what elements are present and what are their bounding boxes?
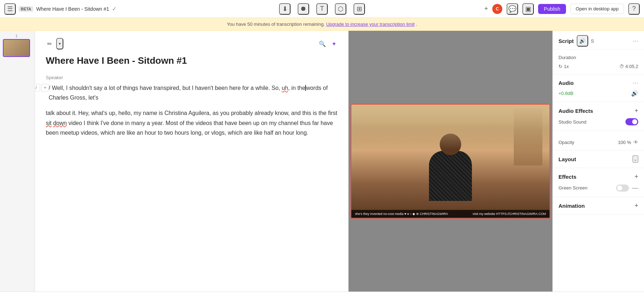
underlined-word-sit: sit bbox=[46, 120, 52, 126]
speaker-label: Speaker bbox=[46, 75, 338, 80]
duration-section: Duration ↻ 1x ⏱ 4:05.2 bbox=[553, 50, 644, 75]
hamburger-menu-button[interactable]: ☰ bbox=[4, 3, 16, 15]
studio-sound-label: Studio Sound bbox=[558, 119, 586, 125]
opacity-section: Opacity 100 % 👁 bbox=[553, 131, 644, 150]
layout-section: Layout ⌄ bbox=[553, 150, 644, 168]
slide-thumbnails: 1 bbox=[0, 31, 35, 292]
script-more-button[interactable]: ⋯ bbox=[633, 38, 638, 44]
audio-effects-add-button[interactable]: + bbox=[634, 107, 638, 115]
effects-section: Effects + Green Screen — bbox=[553, 168, 644, 197]
duration-value: 4:05.2 bbox=[625, 64, 638, 69]
topbar-center: ⬇ ⏺ T ⬡ ⊞ bbox=[279, 3, 365, 15]
misspelled-word-uh: uh, bbox=[282, 85, 290, 91]
timeline-controls: ⊟ Hide timeline 00:06.2 / 04:05.2 ⏮ ▶ ⏭ … bbox=[0, 292, 644, 293]
layout-header: Layout ⌄ bbox=[558, 155, 638, 163]
audio-gain-row: +0.8dB 🔊 bbox=[558, 90, 638, 97]
script-editor[interactable]: ✏ ▾ 🔍 ✦ Where Have I Been - Sitdown #1 S… bbox=[35, 31, 348, 292]
duration-header: Duration bbox=[558, 55, 638, 60]
audio-title: Audio bbox=[558, 80, 574, 86]
topbar: ☰ BETA Where Have I Been - Sitdown #1 ✓ … bbox=[0, 0, 644, 18]
main-area: 1 ✏ ▾ 🔍 ✦ Where Have I Been - Sitdown #1… bbox=[0, 31, 644, 292]
script-s-label: S bbox=[591, 38, 594, 44]
animation-header: Animation + bbox=[558, 202, 638, 210]
duration-row: ↻ 1x ⏱ 4:05.2 bbox=[558, 64, 638, 69]
green-screen-row: Green Screen — bbox=[558, 184, 638, 192]
transcription-banner: You have 50 minutes of transcription rem… bbox=[0, 18, 644, 31]
search-button[interactable]: 🔍 bbox=[317, 39, 327, 49]
avatar: C bbox=[492, 4, 502, 14]
script-section-title: Script bbox=[558, 38, 574, 44]
audio-section: Audio ⋯ +0.8dB 🔊 bbox=[553, 75, 644, 102]
audio-effects-title: Audio Effects bbox=[558, 108, 593, 114]
animation-section: Animation + bbox=[553, 197, 644, 215]
script-paragraph-1[interactable]: / + / Well, I shouldn't say a lot of thi… bbox=[46, 83, 338, 102]
text-tool-button[interactable]: T bbox=[316, 3, 328, 15]
speed-icon: ↻ bbox=[558, 64, 562, 69]
speed-value: 1x bbox=[564, 64, 569, 69]
speed-control[interactable]: ↻ 1x bbox=[558, 64, 569, 69]
shape-tool-button[interactable]: ⬡ bbox=[335, 3, 346, 15]
topbar-right: + C 💬 ▣ Publish Open in desktop app ? bbox=[368, 3, 640, 15]
green-screen-toggle[interactable] bbox=[616, 184, 629, 192]
opacity-row: Opacity 100 % 👁 bbox=[558, 139, 638, 145]
effects-title: Effects bbox=[558, 174, 576, 180]
download-button[interactable]: ⬇ bbox=[279, 3, 291, 15]
saved-status-icon: ✓ bbox=[112, 5, 117, 12]
animation-title: Animation bbox=[558, 203, 585, 209]
banner-text1: You have 50 minutes of transcription rem… bbox=[227, 21, 325, 27]
topbar-left: ☰ BETA Where Have I Been - Sitdown #1 ✓ bbox=[4, 3, 276, 15]
video-overlay-right: visit my website HTTPS://CHRISTINAGWIRA.… bbox=[473, 212, 546, 216]
grid-tool-button[interactable]: ⊞ bbox=[353, 3, 365, 15]
video-overlay-left: she's they invented no-cost media ♥ ♦ ○ … bbox=[355, 212, 448, 216]
record-button[interactable]: ⏺ bbox=[298, 3, 309, 15]
pen-chevron-button[interactable]: ▾ bbox=[56, 38, 63, 49]
open-desktop-button[interactable]: Open in desktop app bbox=[570, 4, 624, 14]
opacity-visibility-button[interactable]: 👁 bbox=[633, 139, 638, 145]
effects-add-button[interactable]: + bbox=[634, 173, 638, 181]
pen-tool-button[interactable]: ✏ bbox=[46, 39, 53, 49]
studio-sound-row: Studio Sound bbox=[558, 118, 638, 125]
text-cursor bbox=[305, 85, 306, 91]
video-overlay-bottom: she's they invented no-cost media ♥ ♦ ○ … bbox=[351, 210, 550, 218]
magic-button[interactable]: ✦ bbox=[330, 39, 338, 49]
duration-label: Duration bbox=[558, 55, 576, 60]
layout-button[interactable]: ▣ bbox=[522, 3, 534, 15]
green-screen-remove-button[interactable]: — bbox=[632, 184, 638, 192]
audio-more-button[interactable]: ⋯ bbox=[633, 80, 638, 86]
script-section-header: Script 🔊 S ⋯ bbox=[553, 31, 644, 50]
opacity-label: Opacity bbox=[558, 140, 574, 145]
effects-header: Effects + bbox=[558, 173, 638, 181]
video-frame: she's they invented no-cost media ♥ ♦ ○ … bbox=[351, 104, 550, 218]
right-panel: Script 🔊 S ⋯ Duration ↻ 1x ⏱ 4:05.2 bbox=[552, 31, 644, 292]
audio-header: Audio ⋯ bbox=[558, 80, 638, 86]
underlined-word-down: down bbox=[53, 120, 67, 126]
add-collaborator-button[interactable]: + bbox=[484, 5, 488, 13]
help-button[interactable]: ? bbox=[628, 3, 640, 15]
audio-effects-header: Audio Effects + bbox=[558, 107, 638, 115]
opacity-value: 100 % bbox=[618, 140, 631, 145]
paragraph-slash-button[interactable]: / bbox=[35, 84, 40, 92]
audio-effects-section: Audio Effects + Studio Sound bbox=[553, 102, 644, 131]
audio-mute-button[interactable]: 🔊 bbox=[631, 90, 638, 97]
layout-title: Layout bbox=[558, 156, 576, 162]
comment-button[interactable]: 💬 bbox=[507, 3, 518, 15]
beta-badge: BETA bbox=[19, 6, 33, 12]
script-audio-icon[interactable]: 🔊 bbox=[577, 35, 588, 47]
document-title: Where Have I Been - Sitdown #1 bbox=[36, 6, 109, 12]
document-heading: Where Have I Been - Sitdown #1 bbox=[46, 55, 338, 66]
clock-icon: ⏱ bbox=[619, 64, 624, 69]
total-duration: ⏱ 4:05.2 bbox=[619, 64, 638, 69]
audio-gain-value: +0.8dB bbox=[558, 91, 574, 96]
publish-button[interactable]: Publish bbox=[538, 4, 566, 14]
thumb-image[interactable] bbox=[3, 39, 30, 57]
studio-sound-toggle[interactable] bbox=[625, 118, 638, 125]
thumbnail-1[interactable]: 1 bbox=[3, 34, 30, 57]
animation-add-button[interactable]: + bbox=[634, 202, 638, 210]
upgrade-link[interactable]: Upgrade to increase your transcription l… bbox=[326, 21, 415, 27]
green-screen-label: Green Screen bbox=[558, 185, 587, 191]
script-paragraph-2[interactable]: talk about it. Hey, what's up, hello, my… bbox=[46, 108, 338, 138]
paragraph-add-button[interactable]: + bbox=[41, 84, 49, 92]
layout-chevron-button[interactable]: ⌄ bbox=[633, 155, 638, 163]
banner-text2: . bbox=[416, 21, 417, 27]
thumb-number: 1 bbox=[3, 34, 30, 38]
